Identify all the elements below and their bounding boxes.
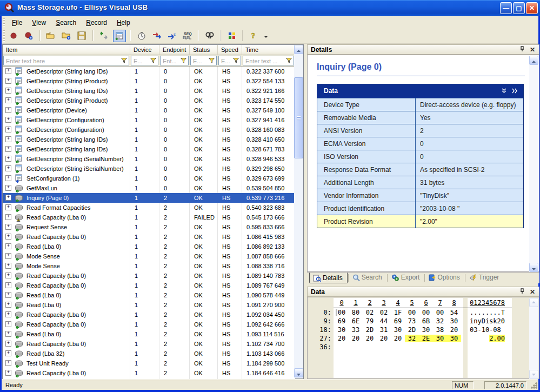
expand-button[interactable]: + xyxy=(5,156,11,162)
expand-button[interactable]: + xyxy=(5,78,11,84)
title-bar[interactable]: Mass Storage.ufo - Ellisys Visual USB — … xyxy=(0,0,540,16)
filter-funnel-icon[interactable] xyxy=(232,57,240,64)
list-item[interactable]: +Read (Lba 0)12OKHS1.093 114 516 xyxy=(3,329,295,339)
expand-button[interactable]: + xyxy=(5,117,11,123)
menu-item-record[interactable]: Record xyxy=(81,18,112,28)
expand-button[interactable]: + xyxy=(5,321,11,327)
filter-input-device[interactable]: E... xyxy=(131,56,158,65)
filter-input-time[interactable]: Enter text ... xyxy=(243,56,294,65)
list-item[interactable]: +GetDescriptor (Device)10OKHS0.327 549 1… xyxy=(3,105,295,115)
tab-details[interactable]: Details xyxy=(309,273,348,283)
timing-icon[interactable] xyxy=(135,30,148,42)
pin-icon[interactable] xyxy=(518,288,526,296)
display-options-icon[interactable] xyxy=(225,30,238,42)
data-table-header[interactable]: Data xyxy=(317,84,523,98)
list-item[interactable]: +Read Capacity (Lba 0)12OKHS1.089 767 64… xyxy=(3,281,295,290)
more-buttons-icon[interactable] xyxy=(263,30,269,42)
expand-button[interactable]: + xyxy=(5,224,11,230)
scroll-down-icon[interactable] xyxy=(294,368,303,377)
scroll-up-icon[interactable] xyxy=(529,298,538,307)
filter-funnel-icon[interactable] xyxy=(180,57,188,64)
navigate-arrows-icon[interactable] xyxy=(97,30,110,42)
menu-grip[interactable] xyxy=(3,18,5,26)
tab-trigger[interactable]: Trigger xyxy=(466,273,504,283)
maximize-button[interactable]: ▢ xyxy=(513,2,525,14)
data-table-row[interactable]: Response Data FormatAs specified in SCSI… xyxy=(317,163,523,176)
hex-scrollbar[interactable] xyxy=(529,298,538,379)
expand-button[interactable]: + xyxy=(5,175,11,181)
column-header-item[interactable]: Item xyxy=(3,45,130,55)
column-header-device[interactable]: Device xyxy=(130,45,159,55)
expand-button[interactable]: + xyxy=(5,263,11,269)
filter-input-status[interactable]: E... xyxy=(190,56,217,65)
record-new-icon[interactable] xyxy=(22,30,35,42)
expand-button[interactable]: + xyxy=(5,88,11,94)
data-table-row[interactable]: Removable MediaYes xyxy=(317,111,523,124)
details-view-icon[interactable] xyxy=(113,30,126,42)
expand-button[interactable]: + xyxy=(5,234,11,240)
expand-button[interactable]: + xyxy=(5,302,11,308)
list-item[interactable]: +SetConfiguration (1)10OKHS0.329 673 699 xyxy=(3,174,295,183)
list-item[interactable]: +Read Capacity (Lba 0)12FAILEDHS0.545 17… xyxy=(3,212,295,222)
expand-button[interactable]: + xyxy=(5,253,11,259)
list-scrollbar[interactable] xyxy=(294,45,303,378)
list-item[interactable]: +Mode Sense12OKHS1.088 338 716 xyxy=(3,261,295,271)
list-item[interactable]: +Read Capacity (Lba 0)12OKHS1.089 140 78… xyxy=(3,271,295,281)
expand-button[interactable]: + xyxy=(5,165,11,171)
data-table-row[interactable]: Product Revision"2.00" xyxy=(317,215,523,228)
hex-row[interactable]: 27:2020202020322E3030 2.00 xyxy=(308,335,535,343)
hex-row[interactable]: 9:696E794469736B3230inyDisk20 xyxy=(308,317,535,326)
scroll-thumb[interactable] xyxy=(294,77,303,158)
list-item[interactable]: +Read (Lba 0)12OKHS1.090 578 449 xyxy=(3,290,295,300)
list-item[interactable]: +Inquiry (Page 0)12OKHS0.539 773 216 xyxy=(3,193,295,203)
data-table-row[interactable]: Additional Length31 bytes xyxy=(317,176,523,189)
column-header-status[interactable]: Status xyxy=(190,45,218,55)
list-item[interactable]: +Mode Sense12OKHS1.087 858 666 xyxy=(3,251,295,261)
data-table-row[interactable]: Vendor Information"TinyDisk" xyxy=(317,189,523,202)
expand-button[interactable]: + xyxy=(5,195,11,201)
list-item[interactable]: +Read Capacity (Lba 0)12OKHS1.092 642 66… xyxy=(3,320,295,329)
expand-button[interactable]: + xyxy=(5,292,11,298)
menu-item-view[interactable]: View xyxy=(27,18,51,28)
expand-button[interactable]: + xyxy=(5,370,11,376)
list-item[interactable]: +GetDescriptor (String lang IDs)10OKHS0.… xyxy=(3,135,295,144)
scroll-down-icon[interactable] xyxy=(529,263,538,272)
hex-row[interactable]: 0:008002021F00000054........T xyxy=(308,309,535,317)
pin-icon[interactable] xyxy=(518,46,526,54)
toolbar-grip[interactable] xyxy=(3,30,5,42)
data-table-row[interactable]: Device TypeDirect-access device (e.g. fl… xyxy=(317,98,523,111)
menu-item-file[interactable]: File xyxy=(7,18,27,28)
expand-button[interactable]: + xyxy=(5,273,11,278)
list-item[interactable]: +GetDescriptor (Configuration)10OKHS0.32… xyxy=(3,115,295,125)
data-table-row[interactable]: Product Identification"2003-10-08 " xyxy=(317,202,523,215)
expand-button[interactable]: + xyxy=(5,311,11,317)
filter-funnel-icon[interactable] xyxy=(150,57,157,64)
open-add-icon[interactable] xyxy=(60,30,73,42)
list-item[interactable]: +GetDescriptor (Configuration)10OKHS0.32… xyxy=(3,125,295,135)
go-to-transfer-icon[interactable] xyxy=(150,30,163,42)
list-item[interactable]: +GetDescriptor (String lang IDs)10OKHS0.… xyxy=(3,86,295,96)
scroll-up-icon[interactable] xyxy=(294,45,303,54)
list-item[interactable]: +Test Unit Ready12OKHS1.184 299 500 xyxy=(3,358,295,368)
expand-button[interactable]: + xyxy=(5,243,11,249)
list-item[interactable]: +Read (Lba 32)12OKHS1.103 143 066 xyxy=(3,349,295,358)
expand-button[interactable]: + xyxy=(5,185,11,191)
list-item[interactable]: +Read Capacity (Lba 0)12OKHS1.086 415 98… xyxy=(3,232,295,242)
column-header-endpoint[interactable]: Endpoint xyxy=(159,45,190,55)
find-icon[interactable] xyxy=(203,30,216,42)
list-item[interactable]: +Read Capacity (Lba 0)12OKHS1.184 646 41… xyxy=(3,368,295,378)
menu-item-search[interactable]: Search xyxy=(51,18,81,28)
list-item[interactable]: +Read (Lba 0)12OKHS1.091 270 900 xyxy=(3,300,295,310)
column-header-speed[interactable]: Speed xyxy=(218,45,242,55)
menu-item-help[interactable]: Help xyxy=(112,18,135,28)
expand-button[interactable]: + xyxy=(5,350,11,356)
filter-funnel-icon[interactable] xyxy=(208,57,216,64)
data-table-row[interactable]: ISO Version0 xyxy=(317,150,523,163)
list-item[interactable]: +Request Sense12OKHS0.595 833 666 xyxy=(3,222,295,232)
data-table-row[interactable]: ECMA Version0 xyxy=(317,137,523,150)
expand-button[interactable]: + xyxy=(5,146,11,152)
expand-button[interactable]: + xyxy=(5,331,11,337)
scroll-up-icon[interactable] xyxy=(529,56,538,65)
open-file-icon[interactable] xyxy=(44,30,57,42)
list-item[interactable]: +GetDescriptor (String iProduct)10OKHS0.… xyxy=(3,76,295,86)
